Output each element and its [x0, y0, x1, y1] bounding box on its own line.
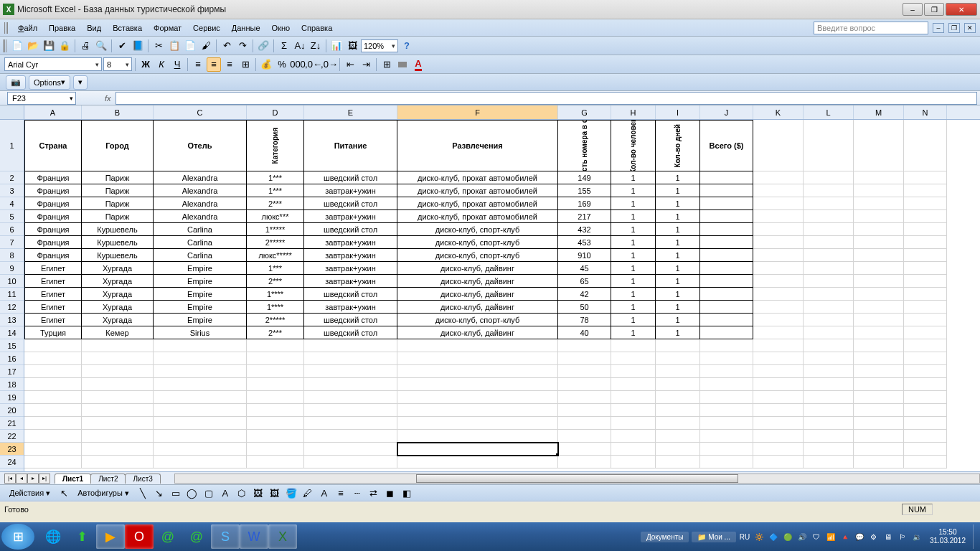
data-cell[interactable]: завтрак+ужин — [304, 184, 397, 197]
tray-icon[interactable]: 🔊 — [796, 531, 808, 542]
data-cell[interactable]: Хургада — [82, 262, 154, 275]
empty-cell[interactable] — [700, 417, 753, 430]
italic-icon[interactable]: К — [154, 57, 169, 72]
tray-volume-icon[interactable]: 🔉 — [911, 531, 923, 542]
data-cell[interactable] — [804, 288, 854, 301]
merge-center-icon[interactable]: ⊞ — [238, 57, 253, 72]
data-cell[interactable] — [854, 184, 904, 197]
data-cell[interactable]: 1**** — [247, 288, 304, 301]
empty-cell[interactable] — [854, 365, 904, 378]
empty-cell[interactable] — [397, 391, 558, 404]
taskbar-ie-icon[interactable]: 🌐 — [39, 524, 67, 549]
data-cell[interactable]: 1*** — [247, 262, 304, 275]
empty-cell[interactable] — [24, 404, 82, 417]
print-preview-icon[interactable]: 🔍 — [94, 39, 108, 53]
sort-desc-icon[interactable]: Z↓ — [308, 39, 323, 53]
taskbar-torrent-icon[interactable]: ⬆ — [67, 524, 96, 549]
data-cell[interactable]: люкс***** — [247, 249, 304, 262]
menu-help[interactable]: Справка — [296, 22, 337, 34]
header-cell[interactable] — [753, 120, 804, 171]
empty-cell[interactable] — [611, 443, 656, 456]
bold-icon[interactable]: Ж — [138, 57, 153, 72]
row-header[interactable]: 17 — [0, 365, 24, 378]
empty-cell[interactable] — [247, 456, 304, 468]
data-cell[interactable] — [753, 288, 804, 301]
row-header[interactable]: 23 — [0, 443, 24, 456]
data-cell[interactable]: 1 — [611, 326, 656, 339]
data-cell[interactable]: Хургада — [82, 275, 154, 288]
header-cell[interactable]: Развлечения — [397, 120, 558, 171]
data-cell[interactable]: 1*** — [247, 171, 304, 184]
help-icon[interactable]: ? — [400, 39, 414, 53]
empty-cell[interactable] — [904, 339, 947, 352]
data-cell[interactable]: Кемер — [82, 326, 154, 339]
data-cell[interactable]: 910 — [558, 249, 611, 262]
column-header[interactable]: A — [24, 105, 82, 119]
row-header[interactable]: 16 — [0, 352, 24, 365]
empty-cell[interactable] — [558, 352, 611, 365]
data-cell[interactable]: 1 — [656, 223, 700, 236]
empty-cell[interactable] — [247, 365, 304, 378]
data-cell[interactable] — [753, 249, 804, 262]
undo-icon[interactable]: ↶ — [220, 39, 234, 53]
data-cell[interactable] — [804, 301, 854, 314]
data-cell[interactable]: Египет — [24, 288, 82, 301]
data-cell[interactable] — [700, 210, 753, 223]
data-cell[interactable] — [854, 314, 904, 326]
empty-cell[interactable] — [611, 417, 656, 430]
empty-cell[interactable] — [154, 443, 247, 456]
data-cell[interactable]: 1 — [611, 210, 656, 223]
empty-cell[interactable] — [154, 378, 247, 391]
data-cell[interactable]: диско-клуб, прокат автомобилей — [397, 197, 558, 210]
data-cell[interactable] — [700, 197, 753, 210]
column-header[interactable]: E — [304, 105, 397, 119]
empty-cell[interactable] — [82, 404, 154, 417]
empty-cell[interactable] — [804, 352, 854, 365]
empty-cell[interactable] — [611, 404, 656, 417]
empty-cell[interactable] — [82, 352, 154, 365]
increase-decimal-icon[interactable]: ,0← — [306, 57, 321, 72]
header-cell[interactable]: Всего ($) — [700, 120, 753, 171]
increase-indent-icon[interactable]: ⇥ — [359, 57, 373, 72]
data-cell[interactable]: Франция — [24, 171, 82, 184]
percent-icon[interactable]: % — [275, 57, 289, 72]
menu-edit[interactable]: Правка — [44, 22, 80, 34]
options-extra-button[interactable]: ▾ — [73, 75, 88, 90]
research-icon[interactable]: 📘 — [131, 39, 145, 53]
data-cell[interactable]: диско-клуб, прокат автомобилей — [397, 210, 558, 223]
data-cell[interactable]: Франция — [24, 184, 82, 197]
line-color-icon[interactable]: 🖊 — [301, 486, 315, 500]
taskbar-my-button[interactable]: 📁 Мои ... — [692, 532, 735, 542]
empty-cell[interactable] — [247, 430, 304, 443]
data-cell[interactable]: Франция — [24, 249, 82, 262]
empty-cell[interactable] — [558, 391, 611, 404]
data-cell[interactable] — [700, 275, 753, 288]
data-cell[interactable]: Франция — [24, 197, 82, 210]
empty-cell[interactable] — [247, 378, 304, 391]
empty-cell[interactable] — [558, 443, 611, 456]
data-cell[interactable]: 2*** — [247, 326, 304, 339]
data-cell[interactable]: завтрак+ужин — [304, 210, 397, 223]
empty-cell[interactable] — [558, 404, 611, 417]
data-cell[interactable]: 65 — [558, 275, 611, 288]
data-cell[interactable]: шведский стол — [304, 314, 397, 326]
data-cell[interactable]: шведский стол — [304, 171, 397, 184]
font-size-box[interactable]: 8 — [103, 57, 132, 71]
zoom-box[interactable]: 120% — [361, 39, 398, 52]
data-cell[interactable] — [904, 288, 947, 301]
data-cell[interactable]: Египет — [24, 314, 82, 326]
data-cell[interactable]: Хургада — [82, 314, 154, 326]
empty-cell[interactable] — [904, 430, 947, 443]
data-cell[interactable] — [753, 275, 804, 288]
empty-cell[interactable] — [82, 456, 154, 468]
taskbar-media-icon[interactable]: ▶ — [96, 524, 125, 549]
data-cell[interactable]: 50 — [558, 301, 611, 314]
data-cell[interactable]: Хургада — [82, 301, 154, 314]
empty-cell[interactable] — [154, 352, 247, 365]
data-cell[interactable]: 1**** — [247, 301, 304, 314]
empty-cell[interactable] — [82, 378, 154, 391]
taskbar-mail-icon[interactable]: @ — [154, 524, 182, 549]
data-cell[interactable]: Empire — [154, 314, 247, 326]
tray-icon[interactable]: 🛡 — [811, 531, 822, 542]
empty-cell[interactable] — [304, 378, 397, 391]
